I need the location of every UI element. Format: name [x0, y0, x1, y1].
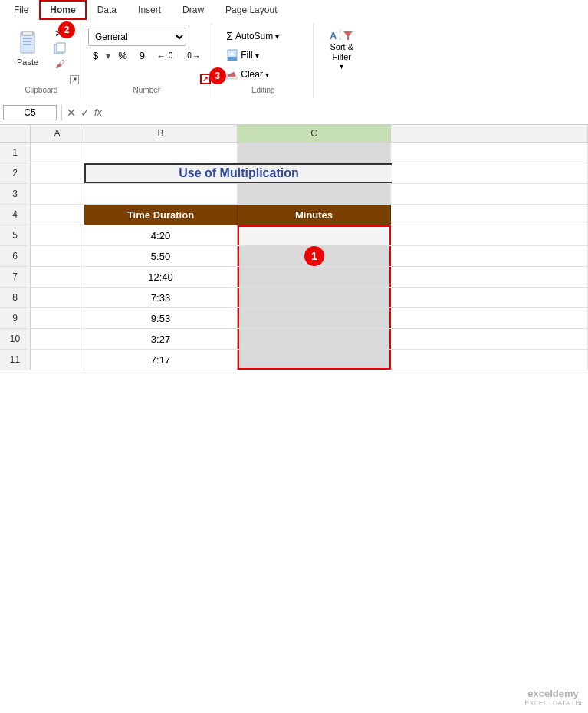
cell-a2[interactable] — [31, 163, 84, 183]
clear-button[interactable]: Clear ▾ — [221, 66, 274, 83]
cell-c6[interactable]: 1 — [238, 246, 391, 266]
tab-page-layout[interactable]: Page Layout — [215, 0, 287, 20]
number-group: General $ ▾ % 9 ←.0 .0→ — [82, 23, 212, 97]
cell-b7[interactable]: 12:40 — [84, 267, 238, 287]
paste-button[interactable]: Paste — [11, 26, 44, 71]
cell-a7[interactable] — [31, 267, 84, 287]
cell-d9[interactable] — [391, 308, 588, 328]
editing-group: Σ AutoSum ▾ Fill ▾ — [214, 23, 314, 97]
cell-c8[interactable] — [238, 288, 391, 307]
cell-c11[interactable] — [238, 350, 391, 370]
dec-increase-button[interactable]: .0→ — [180, 50, 205, 62]
table-row: 9 9:53 — [0, 308, 588, 329]
number-format-select[interactable]: General — [88, 28, 186, 46]
formula-input[interactable] — [105, 105, 585, 120]
paste-icon — [16, 30, 39, 56]
cell-c7[interactable] — [238, 267, 391, 287]
col-header-c[interactable]: C — [238, 125, 391, 142]
cell-b10[interactable]: 3:27 — [84, 329, 238, 349]
column-headers: A B C — [0, 125, 588, 143]
dollar-button[interactable]: $ — [88, 48, 103, 63]
cell-b5[interactable]: 4:20 — [84, 225, 238, 245]
cell-a10[interactable] — [31, 329, 84, 349]
cell-reference-box[interactable] — [3, 105, 57, 120]
tab-data[interactable]: Data — [87, 0, 127, 20]
svg-rect-0 — [21, 33, 34, 53]
cell-a9[interactable] — [31, 308, 84, 328]
sort-dropdown-icon[interactable]: ▾ — [340, 62, 343, 71]
cell-c5[interactable] — [238, 225, 391, 245]
cell-b3[interactable] — [84, 184, 238, 204]
cell-a6[interactable] — [31, 246, 84, 266]
cell-c10[interactable] — [238, 329, 391, 349]
cell-b6[interactable]: 5:50 — [84, 246, 238, 266]
col-header-b[interactable]: B — [84, 125, 238, 142]
spreadsheet: A B C 1 2 Use of Multiplication 3 — [0, 125, 588, 713]
fill-button[interactable]: Fill ▾ — [221, 47, 264, 64]
autosum-button[interactable]: Σ AutoSum ▾ — [221, 28, 284, 44]
cell-c1[interactable] — [238, 143, 391, 163]
cell-b1[interactable] — [84, 143, 238, 163]
svg-marker-12 — [343, 31, 353, 40]
cell-c4[interactable]: Minutes — [238, 205, 391, 225]
watermark: exceldemy EXCEL · DATA · BI — [524, 688, 582, 707]
clear-dropdown-icon[interactable]: ▾ — [265, 71, 269, 79]
row-num-11: 11 — [0, 350, 31, 370]
cell-b8[interactable]: 7:33 — [84, 288, 238, 307]
copy-button[interactable] — [48, 41, 72, 55]
cell-d10[interactable] — [391, 329, 588, 349]
autosum-dropdown-icon[interactable]: ▾ — [275, 32, 279, 41]
badge-3: 3 — [209, 67, 226, 84]
tab-insert[interactable]: Insert — [127, 0, 172, 20]
cell-d2[interactable] — [392, 163, 588, 183]
svg-rect-4 — [23, 44, 31, 45]
col-header-a[interactable]: A — [31, 125, 84, 142]
cell-a5[interactable] — [31, 225, 84, 245]
cell-b9[interactable]: 9:53 — [84, 308, 238, 328]
dec-decrease-button[interactable]: ←.0 — [153, 50, 177, 62]
cell-d5[interactable] — [391, 225, 588, 245]
sigma-icon: Σ — [226, 30, 233, 42]
cell-d11[interactable] — [391, 350, 588, 370]
cell-a3[interactable] — [31, 184, 84, 204]
cell-c3[interactable] — [238, 184, 391, 204]
fill-icon — [226, 49, 238, 61]
comma-button[interactable]: 9 — [135, 48, 149, 63]
cell-c9[interactable] — [238, 308, 391, 328]
cell-b11[interactable]: 7:17 — [84, 350, 238, 370]
sort-filter-button[interactable]: A ↑↓ Sort & Filter ▾ — [327, 28, 356, 72]
tab-draw[interactable]: Draw — [172, 0, 215, 20]
fill-dropdown-icon[interactable]: ▾ — [255, 51, 259, 60]
cell-d6[interactable] — [391, 246, 588, 266]
table-row: 11 7:17 — [0, 350, 588, 370]
cell-a11[interactable] — [31, 350, 84, 370]
clipboard-group: Paste 2 ✂ — [5, 23, 80, 97]
title-cell[interactable]: Use of Multiplication — [84, 163, 392, 183]
tab-file[interactable]: File — [3, 0, 39, 20]
cell-b4[interactable]: Time Duration — [84, 205, 238, 225]
percent-button[interactable]: % — [113, 48, 132, 63]
tab-home[interactable]: Home — [39, 0, 86, 20]
col-header-d[interactable] — [391, 125, 588, 142]
formula-bar: ✕ ✓ fx — [0, 100, 588, 125]
cell-d3[interactable] — [391, 184, 588, 204]
cell-d7[interactable] — [391, 267, 588, 287]
cell-a4[interactable] — [31, 205, 84, 225]
formula-cancel-icon[interactable]: ✕ — [67, 107, 76, 119]
row-num-header — [0, 125, 31, 142]
table-row: 6 5:50 1 — [0, 246, 588, 267]
cell-d1[interactable] — [391, 143, 588, 163]
formula-icons: ✕ ✓ fx — [67, 107, 102, 119]
cell-a8[interactable] — [31, 288, 84, 307]
cell-a1[interactable] — [31, 143, 84, 163]
clipboard-dialog-launcher[interactable]: ↗ — [70, 75, 79, 84]
formula-divider — [61, 105, 62, 120]
number-dialog-launcher[interactable]: 3 ↗ — [200, 74, 211, 84]
editing-label: Editing — [251, 83, 275, 96]
cell-d8[interactable] — [391, 288, 588, 307]
autosum-label: AutoSum — [235, 31, 273, 41]
formula-confirm-icon[interactable]: ✓ — [80, 107, 90, 119]
format-painter-button[interactable]: 🖌 — [48, 57, 72, 71]
filter-label: Filter — [332, 52, 350, 61]
cell-d4[interactable] — [391, 205, 588, 225]
